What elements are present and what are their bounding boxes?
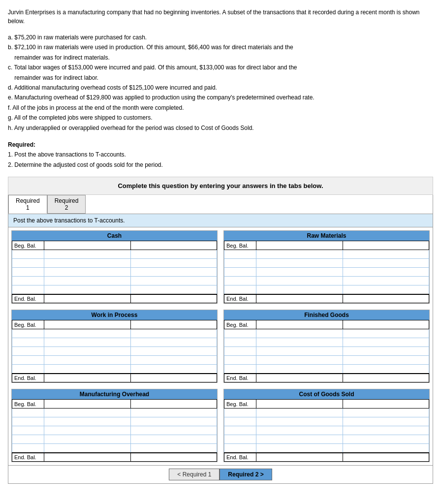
wip-row-2 — [12, 338, 217, 347]
taccount-raw-materials-title: Raw Materials — [224, 231, 429, 241]
cash-r1-credit[interactable] — [130, 250, 217, 259]
cogs-end-credit[interactable] — [343, 453, 429, 462]
wip-end-credit[interactable] — [130, 374, 217, 382]
moh-r1-debit[interactable] — [44, 409, 131, 417]
rm-r1-credit[interactable] — [343, 250, 429, 259]
fg-beg-debit[interactable] — [256, 320, 343, 329]
tab-required-1[interactable]: Required1 — [8, 195, 47, 214]
cash-beg-debit[interactable] — [44, 241, 131, 250]
cogs-r4-debit[interactable] — [256, 435, 343, 444]
wip-r3-credit[interactable] — [130, 347, 217, 356]
cogs-r5-credit[interactable] — [343, 444, 429, 453]
rm-end-credit[interactable] — [343, 294, 429, 303]
cash-r2-debit[interactable] — [44, 259, 131, 268]
wip-r5-debit[interactable] — [44, 365, 131, 374]
cash-end-credit[interactable] — [130, 294, 217, 303]
wip-r2-debit[interactable] — [44, 338, 131, 347]
fg-r1-credit[interactable] — [343, 329, 429, 338]
cogs-beg-label: Beg. Bal. — [224, 400, 256, 409]
cash-beg-credit[interactable] — [130, 241, 217, 250]
moh-r2-credit[interactable] — [130, 417, 217, 426]
taccount-finished-goods-title: Finished Goods — [224, 310, 429, 320]
rm-r5-credit[interactable] — [343, 285, 429, 294]
wip-r4-debit[interactable] — [44, 356, 131, 365]
wip-end-debit[interactable] — [44, 374, 131, 382]
cash-r5-credit[interactable] — [130, 285, 217, 294]
moh-r3-debit[interactable] — [44, 426, 131, 435]
cogs-r2-credit[interactable] — [343, 417, 429, 426]
required-section: Required: 1. Post the above transactions… — [8, 140, 433, 170]
moh-r1-credit[interactable] — [130, 409, 217, 417]
fg-r4-debit[interactable] — [256, 356, 343, 365]
wip-r2-credit[interactable] — [130, 338, 217, 347]
cash-r5-debit[interactable] — [44, 285, 131, 294]
fg-r1-debit[interactable] — [256, 329, 343, 338]
cogs-r4-credit[interactable] — [343, 435, 429, 444]
moh-end-debit[interactable] — [44, 453, 131, 462]
moh-beg-debit[interactable] — [44, 400, 131, 409]
fg-r5-debit[interactable] — [256, 365, 343, 374]
cogs-r5-debit[interactable] — [256, 444, 343, 453]
required-item-2: 2. Determine the adjusted cost of goods … — [8, 160, 433, 170]
cogs-r2-debit[interactable] — [256, 417, 343, 426]
wip-r5-credit[interactable] — [130, 365, 217, 374]
moh-end-label: End. Bal. — [12, 453, 44, 462]
cogs-r3-credit[interactable] — [343, 426, 429, 435]
cash-r1-debit[interactable] — [44, 250, 131, 259]
fg-beg-credit[interactable] — [343, 320, 429, 329]
fg-end-credit[interactable] — [343, 374, 429, 382]
cash-r3-debit[interactable] — [44, 268, 131, 277]
fg-r2-debit[interactable] — [256, 338, 343, 347]
tab-required-2[interactable]: Required2 — [47, 195, 86, 214]
rm-r3-credit[interactable] — [343, 268, 429, 277]
moh-end-credit[interactable] — [130, 453, 217, 462]
rm-r1-debit[interactable] — [256, 250, 343, 259]
rm-r5-debit[interactable] — [256, 285, 343, 294]
fg-r4-credit[interactable] — [343, 356, 429, 365]
fg-r3-credit[interactable] — [343, 347, 429, 356]
rm-beg-debit[interactable] — [256, 241, 343, 250]
wip-r4-credit[interactable] — [130, 356, 217, 365]
cash-r2-credit[interactable] — [130, 259, 217, 268]
moh-r5-debit[interactable] — [44, 444, 131, 453]
moh-r3-credit[interactable] — [130, 426, 217, 435]
wip-r3-debit[interactable] — [44, 347, 131, 356]
rm-r2-debit[interactable] — [256, 259, 343, 268]
moh-beg-label: Beg. Bal. — [12, 400, 44, 409]
cogs-r1-credit[interactable] — [343, 409, 429, 417]
cogs-beg-debit[interactable] — [256, 400, 343, 409]
rm-beg-label: Beg. Bal. — [224, 241, 256, 250]
rm-end-debit[interactable] — [256, 294, 343, 303]
cash-r4-debit[interactable] — [44, 277, 131, 285]
moh-r5-credit[interactable] — [130, 444, 217, 453]
moh-r2-debit[interactable] — [44, 417, 131, 426]
fg-r2-credit[interactable] — [343, 338, 429, 347]
moh-row-4 — [12, 435, 217, 444]
rm-beg-credit[interactable] — [343, 241, 429, 250]
cogs-r3-debit[interactable] — [256, 426, 343, 435]
cash-end-debit[interactable] — [44, 294, 131, 303]
cash-r4-credit[interactable] — [130, 277, 217, 285]
rm-r3-debit[interactable] — [256, 268, 343, 277]
rm-r4-debit[interactable] — [256, 277, 343, 285]
wip-r1-credit[interactable] — [130, 329, 217, 338]
next-button[interactable]: Required 2 > — [220, 469, 272, 480]
wip-r1-debit[interactable] — [44, 329, 131, 338]
cash-r3-credit[interactable] — [130, 268, 217, 277]
fg-r5-credit[interactable] — [343, 365, 429, 374]
wip-beg-debit[interactable] — [44, 320, 131, 329]
wip-beg-credit[interactable] — [130, 320, 217, 329]
fg-end-debit[interactable] — [256, 374, 343, 382]
cogs-end-debit[interactable] — [256, 453, 343, 462]
rm-r2-credit[interactable] — [343, 259, 429, 268]
fg-r3-debit[interactable] — [256, 347, 343, 356]
taccount-cash: Cash Beg. Bal. — [11, 230, 218, 304]
moh-beg-credit[interactable] — [130, 400, 217, 409]
prev-button[interactable]: < Required 1 — [169, 469, 220, 480]
moh-r4-debit[interactable] — [44, 435, 131, 444]
cogs-beg-credit[interactable] — [343, 400, 429, 409]
cogs-end-row: End. Bal. — [224, 453, 429, 462]
cogs-r1-debit[interactable] — [256, 409, 343, 417]
rm-r4-credit[interactable] — [343, 277, 429, 285]
moh-r4-credit[interactable] — [130, 435, 217, 444]
